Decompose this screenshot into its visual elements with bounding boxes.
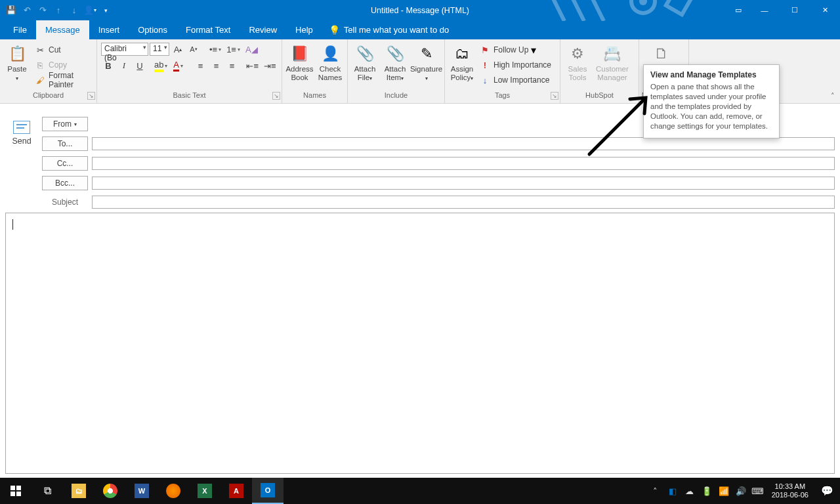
maximize-button[interactable]: ☐ [780,0,810,20]
excel-button[interactable]: X [189,478,220,504]
grow-font-button[interactable]: A▴ [171,42,185,56]
format-painter-button[interactable]: 🖌Format Painter [33,73,94,87]
sales-tools-button[interactable]: ⚙Sales Tools [563,42,592,82]
basic-text-launcher[interactable]: ↘ [272,92,280,100]
font-size-combo[interactable]: 11 [150,43,169,56]
decrease-indent-button[interactable]: ⇤≡ [244,58,261,73]
clipboard-launcher[interactable]: ↘ [87,92,95,100]
bcc-button[interactable]: Bcc... [42,176,88,190]
task-view-button[interactable]: ⧉ [32,478,63,504]
clear-formatting-button[interactable]: A◢ [243,42,260,56]
attach-file-button[interactable]: 📎Attach File▾ [350,42,379,83]
low-importance-button[interactable]: ↓Low Importance [478,73,551,87]
ribbon-display-button[interactable]: ▭ [727,0,749,20]
tags-launcher[interactable]: ↘ [551,92,558,100]
bcc-input[interactable] [92,177,835,190]
tab-insert[interactable]: Insert [89,20,129,39]
send-button[interactable]: Send [5,117,38,209]
tray-input-icon[interactable]: ⌨ [749,478,766,504]
save-icon[interactable]: 💾 [5,5,17,16]
shrink-font-button[interactable]: A▾ [186,42,201,56]
signature-button[interactable]: ✎Signature▾ [411,42,442,83]
chrome-button[interactable] [94,478,126,504]
word-button[interactable]: W [126,478,158,504]
paste-button[interactable]: 📋 Paste▾ [3,42,32,83]
attach-item-icon: 📎 [385,43,406,64]
cc-button[interactable]: Cc... [42,156,88,171]
minimize-button[interactable]: — [749,0,780,20]
svg-point-1 [639,0,647,5]
next-icon[interactable]: ↓ [68,5,80,16]
tab-options[interactable]: Options [129,20,177,39]
tooltip-title: View and Manage Templates [650,70,772,79]
to-button[interactable]: To... [42,136,88,151]
brush-icon: 🖌 [33,73,47,87]
numbering-button[interactable]: 1≡▾ [224,42,242,56]
bullets-button[interactable]: •≡▾ [207,42,223,56]
customer-manager-button[interactable]: 📇Customer Manager [593,42,631,82]
cc-input[interactable] [92,157,835,170]
assign-policy-button[interactable]: 🗂Assign Policy▾ [448,42,476,83]
redo-icon[interactable]: ↷ [37,5,49,16]
copy-button[interactable]: ⎘Copy [33,58,94,72]
start-button[interactable] [0,478,32,504]
align-right-button[interactable]: ≡ [224,58,239,73]
tray-outlook-icon[interactable]: ◧ [664,478,681,504]
customer-manager-icon: 📇 [602,43,623,64]
group-names: 📕Address Book 👤Check Names Names [282,39,348,103]
address-book-button[interactable]: 📕Address Book [285,42,314,82]
tray-volume-icon[interactable]: 🔊 [732,478,749,504]
tab-message[interactable]: Message [36,20,89,39]
tray-onedrive-icon[interactable]: ☁ [681,478,698,504]
align-center-button[interactable]: ≡ [209,58,223,73]
taskbar-clock[interactable]: 10:33 AM 2018-06-06 [766,482,814,499]
attach-item-button[interactable]: 📎Attach Item▾ [381,42,410,83]
account-icon[interactable]: 👤▾ [84,5,96,16]
to-input[interactable] [92,137,835,150]
close-button[interactable]: ✕ [810,0,840,20]
tab-format-text[interactable]: Format Text [177,20,240,39]
tab-file[interactable]: File [4,20,36,39]
clock-date: 2018-06-06 [772,491,808,499]
highlight-button[interactable]: ab▾ [152,58,169,73]
collapse-ribbon-button[interactable]: ˄ [831,92,835,100]
tray-wifi-icon[interactable]: 📶 [715,478,732,504]
svg-rect-4 [16,486,21,490]
window-title: Untitled - Message (HTML) [371,6,469,15]
outlook-button[interactable]: O [252,478,284,504]
group-hubspot: ⚙Sales Tools 📇Customer Manager HubSpot [560,39,639,103]
lightbulb-icon: 💡 [329,25,340,35]
subject-input[interactable] [92,196,835,209]
check-names-icon: 👤 [320,43,341,64]
undo-icon[interactable]: ↶ [21,5,33,16]
customize-qat-icon[interactable]: ▾ [100,5,112,16]
italic-button[interactable]: I [117,58,131,73]
acrobat-button[interactable]: A [220,478,252,504]
templates-tooltip: View and Manage Templates Open a pane th… [643,64,780,138]
policy-icon: 🗂 [452,43,472,64]
tooltip-body: Open a pane that shows all the templates… [650,82,772,131]
check-names-button[interactable]: 👤Check Names [316,42,345,82]
tray-overflow-button[interactable]: ˄ [647,478,664,504]
action-center-button[interactable]: 💬 [814,485,840,497]
firefox-button[interactable] [158,478,189,504]
prev-icon[interactable]: ↑ [52,5,64,16]
follow-up-button[interactable]: ⚑Follow Up▾ [478,43,551,57]
underline-button[interactable]: U [133,58,147,73]
tab-help[interactable]: Help [286,20,322,39]
cut-button[interactable]: ✂Cut [33,43,94,57]
tray-battery-icon[interactable]: 🔋 [698,478,715,504]
taskbar: ⧉ 🗂 W X A O ˄ ◧ ☁ 🔋 📶 🔊 ⌨ 10:33 AM 2018-… [0,478,840,504]
font-color-button[interactable]: A▾ [171,58,185,73]
increase-indent-button[interactable]: ⇥≡ [262,58,278,73]
high-importance-button[interactable]: !High Importance [478,58,551,72]
message-body-editor[interactable] [5,213,835,474]
address-book-icon: 📕 [289,43,310,64]
align-left-button[interactable]: ≡ [193,58,207,73]
tab-review[interactable]: Review [240,20,286,39]
tell-me-search[interactable]: 💡 Tell me what you want to do [322,20,449,39]
from-button[interactable]: From▾ [42,117,88,131]
file-explorer-button[interactable]: 🗂 [63,478,94,504]
flag-icon: ⚑ [478,43,492,57]
font-name-combo[interactable]: Calibri (Bo [101,43,148,56]
